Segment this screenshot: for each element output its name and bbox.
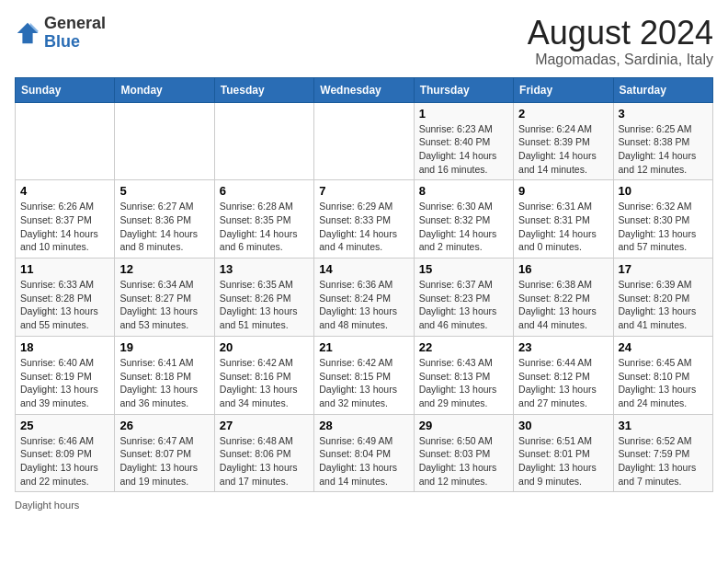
calendar-day-cell: 21Sunrise: 6:42 AMSunset: 8:15 PMDayligh… <box>314 336 414 414</box>
day-number: 30 <box>518 419 608 432</box>
logo: General Blue <box>15 15 106 52</box>
calendar-day-cell <box>115 102 214 180</box>
svg-marker-0 <box>17 23 38 43</box>
calendar-day-cell: 4Sunrise: 6:26 AMSunset: 8:37 PMDaylight… <box>16 180 115 259</box>
calendar-day-cell: 13Sunrise: 6:35 AMSunset: 8:26 PMDayligh… <box>214 259 313 337</box>
calendar-day-header: Saturday <box>613 77 712 102</box>
day-info: Sunrise: 6:40 AMSunset: 8:19 PMDaylight:… <box>20 356 109 410</box>
day-info: Sunrise: 6:24 AMSunset: 8:39 PMDaylight:… <box>518 122 608 177</box>
calendar-day-header: Tuesday <box>214 77 313 102</box>
calendar-day-cell: 8Sunrise: 6:30 AMSunset: 8:32 PMDaylight… <box>414 180 513 259</box>
calendar-week-row: 18Sunrise: 6:40 AMSunset: 8:19 PMDayligh… <box>16 336 713 414</box>
calendar-day-cell: 10Sunrise: 6:32 AMSunset: 8:30 PMDayligh… <box>613 180 712 259</box>
day-info: Sunrise: 6:32 AMSunset: 8:30 PMDaylight:… <box>619 200 708 254</box>
calendar-day-cell: 30Sunrise: 6:51 AMSunset: 8:01 PMDayligh… <box>514 414 613 492</box>
page-header: General Blue August 2024 Magomadas, Sard… <box>15 15 713 68</box>
day-number: 21 <box>319 340 408 354</box>
day-info: Sunrise: 6:49 AMSunset: 8:04 PMDaylight:… <box>319 434 408 488</box>
day-info: Sunrise: 6:34 AMSunset: 8:27 PMDaylight:… <box>119 278 209 332</box>
day-info: Sunrise: 6:47 AMSunset: 8:07 PMDaylight:… <box>119 434 209 488</box>
calendar-day-header: Wednesday <box>314 77 414 102</box>
day-number: 23 <box>518 340 608 354</box>
calendar-day-header: Friday <box>514 77 613 102</box>
day-info: Sunrise: 6:52 AMSunset: 7:59 PMDaylight:… <box>619 434 708 488</box>
logo-icon <box>15 20 40 46</box>
day-number: 4 <box>20 184 109 198</box>
day-number: 7 <box>319 184 408 198</box>
title-block: August 2024 Magomadas, Sardinia, Italy <box>528 15 713 68</box>
calendar-day-cell: 1Sunrise: 6:23 AMSunset: 8:40 PMDaylight… <box>414 102 513 180</box>
day-number: 5 <box>119 184 209 198</box>
calendar-day-header: Thursday <box>414 77 513 102</box>
logo-blue-text: Blue <box>44 32 80 51</box>
day-number: 12 <box>119 262 209 276</box>
calendar-week-row: 4Sunrise: 6:26 AMSunset: 8:37 PMDaylight… <box>16 180 713 259</box>
day-number: 25 <box>20 419 109 432</box>
day-number: 17 <box>619 262 708 276</box>
calendar-day-cell <box>214 102 313 180</box>
day-number: 9 <box>518 184 608 198</box>
day-number: 27 <box>220 419 309 432</box>
day-info: Sunrise: 6:51 AMSunset: 8:01 PMDaylight:… <box>518 434 608 488</box>
day-info: Sunrise: 6:33 AMSunset: 8:28 PMDaylight:… <box>20 278 109 332</box>
day-info: Sunrise: 6:42 AMSunset: 8:15 PMDaylight:… <box>319 356 408 410</box>
calendar-day-cell: 9Sunrise: 6:31 AMSunset: 8:31 PMDaylight… <box>514 180 613 259</box>
calendar-day-cell: 16Sunrise: 6:38 AMSunset: 8:22 PMDayligh… <box>514 259 613 337</box>
calendar-day-cell: 28Sunrise: 6:49 AMSunset: 8:04 PMDayligh… <box>314 414 414 492</box>
day-number: 1 <box>419 107 508 121</box>
location-subtitle: Magomadas, Sardinia, Italy <box>528 52 713 68</box>
calendar-week-row: 11Sunrise: 6:33 AMSunset: 8:28 PMDayligh… <box>16 259 713 337</box>
day-info: Sunrise: 6:42 AMSunset: 8:16 PMDaylight:… <box>220 356 309 410</box>
day-info: Sunrise: 6:26 AMSunset: 8:37 PMDaylight:… <box>20 200 109 254</box>
logo-general-text: General <box>44 14 106 32</box>
day-number: 31 <box>619 419 708 432</box>
day-info: Sunrise: 6:38 AMSunset: 8:22 PMDaylight:… <box>518 278 608 332</box>
day-number: 19 <box>119 340 209 354</box>
day-number: 18 <box>20 340 109 354</box>
day-number: 28 <box>319 419 408 432</box>
day-info: Sunrise: 6:23 AMSunset: 8:40 PMDaylight:… <box>419 122 508 177</box>
day-info: Sunrise: 6:46 AMSunset: 8:09 PMDaylight:… <box>20 434 109 488</box>
calendar-day-cell: 7Sunrise: 6:29 AMSunset: 8:33 PMDaylight… <box>314 180 414 259</box>
calendar-day-cell: 19Sunrise: 6:41 AMSunset: 8:18 PMDayligh… <box>115 336 214 414</box>
day-info: Sunrise: 6:48 AMSunset: 8:06 PMDaylight:… <box>220 434 309 488</box>
day-info: Sunrise: 6:31 AMSunset: 8:31 PMDaylight:… <box>518 200 608 254</box>
day-number: 15 <box>419 262 508 276</box>
footer-note: Daylight hours <box>15 500 713 511</box>
day-info: Sunrise: 6:45 AMSunset: 8:10 PMDaylight:… <box>619 356 708 410</box>
month-year-title: August 2024 <box>528 15 713 52</box>
calendar-day-cell: 11Sunrise: 6:33 AMSunset: 8:28 PMDayligh… <box>16 259 115 337</box>
day-number: 10 <box>619 184 708 198</box>
day-info: Sunrise: 6:35 AMSunset: 8:26 PMDaylight:… <box>220 278 309 332</box>
day-info: Sunrise: 6:50 AMSunset: 8:03 PMDaylight:… <box>419 434 508 488</box>
day-number: 26 <box>119 419 209 432</box>
calendar-day-cell: 23Sunrise: 6:44 AMSunset: 8:12 PMDayligh… <box>514 336 613 414</box>
day-number: 11 <box>20 262 109 276</box>
day-number: 8 <box>419 184 508 198</box>
calendar-day-cell: 26Sunrise: 6:47 AMSunset: 8:07 PMDayligh… <box>115 414 214 492</box>
calendar-day-cell: 17Sunrise: 6:39 AMSunset: 8:20 PMDayligh… <box>613 259 712 337</box>
calendar-day-cell: 18Sunrise: 6:40 AMSunset: 8:19 PMDayligh… <box>16 336 115 414</box>
calendar-day-header: Monday <box>115 77 214 102</box>
calendar-day-cell: 31Sunrise: 6:52 AMSunset: 7:59 PMDayligh… <box>613 414 712 492</box>
day-info: Sunrise: 6:30 AMSunset: 8:32 PMDaylight:… <box>419 200 508 254</box>
day-number: 6 <box>220 184 309 198</box>
day-number: 24 <box>619 340 708 354</box>
calendar-day-header: Sunday <box>16 77 115 102</box>
calendar-day-cell: 6Sunrise: 6:28 AMSunset: 8:35 PMDaylight… <box>214 180 313 259</box>
calendar-header-row: SundayMondayTuesdayWednesdayThursdayFrid… <box>16 77 713 102</box>
calendar-day-cell: 25Sunrise: 6:46 AMSunset: 8:09 PMDayligh… <box>16 414 115 492</box>
calendar-day-cell: 2Sunrise: 6:24 AMSunset: 8:39 PMDaylight… <box>514 102 613 180</box>
day-info: Sunrise: 6:25 AMSunset: 8:38 PMDaylight:… <box>619 122 708 177</box>
day-info: Sunrise: 6:43 AMSunset: 8:13 PMDaylight:… <box>419 356 508 410</box>
calendar-day-cell: 27Sunrise: 6:48 AMSunset: 8:06 PMDayligh… <box>214 414 313 492</box>
day-number: 2 <box>518 107 608 121</box>
calendar-day-cell: 15Sunrise: 6:37 AMSunset: 8:23 PMDayligh… <box>414 259 513 337</box>
day-number: 13 <box>220 262 309 276</box>
day-info: Sunrise: 6:29 AMSunset: 8:33 PMDaylight:… <box>319 200 408 254</box>
daylight-hours-label: Daylight hours <box>15 500 79 511</box>
calendar-day-cell <box>314 102 414 180</box>
day-number: 20 <box>220 340 309 354</box>
day-info: Sunrise: 6:36 AMSunset: 8:24 PMDaylight:… <box>319 278 408 332</box>
day-info: Sunrise: 6:44 AMSunset: 8:12 PMDaylight:… <box>518 356 608 410</box>
